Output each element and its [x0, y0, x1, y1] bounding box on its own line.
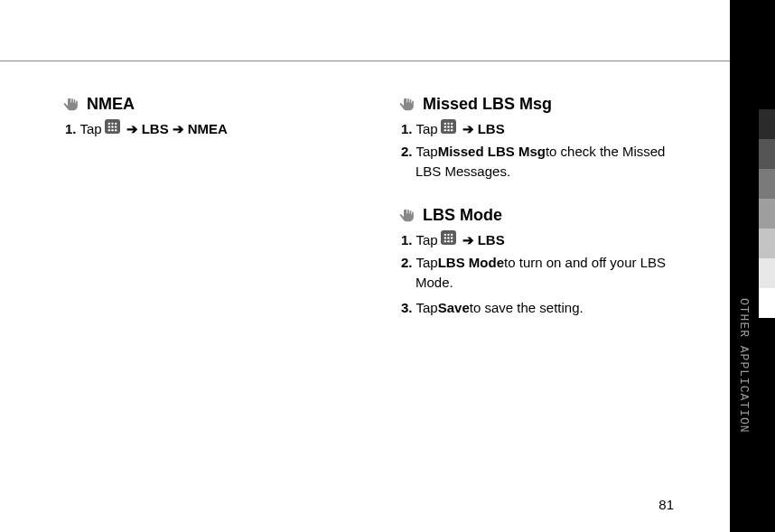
svg-point-1 — [111, 122, 113, 124]
edge-tab — [759, 288, 775, 318]
edge-tab — [759, 139, 775, 169]
edge-tab — [759, 109, 775, 139]
step-number: 1. — [65, 119, 77, 138]
svg-point-26 — [451, 240, 453, 242]
svg-point-12 — [444, 126, 445, 127]
svg-point-0 — [107, 122, 109, 124]
svg-point-7 — [111, 128, 113, 130]
svg-point-22 — [447, 237, 449, 238]
hand-icon — [399, 97, 417, 112]
step-number: 3. — [401, 298, 413, 317]
edge-tab — [759, 229, 775, 258]
arrow-icon: ➔ — [126, 119, 138, 138]
svg-point-14 — [451, 126, 453, 127]
step-post: to check the Missed — [546, 142, 666, 161]
svg-point-16 — [447, 128, 449, 130]
svg-point-13 — [447, 126, 449, 127]
nmea-step-1: 1. Tap ➔ LBS ➔ NMEA — [65, 119, 378, 138]
step-post: to save the setting. — [470, 298, 584, 317]
step-bold-lbs: LBS — [478, 119, 505, 138]
left-column: NMEA 1. Tap ➔ LBS ➔ NMEA — [63, 95, 378, 321]
page-number: 81 — [658, 497, 674, 512]
mode-step-2-body: Mode. — [399, 274, 714, 292]
missed-step-1: 1. Tap ➔ LBS — [401, 119, 714, 138]
nmea-title: NMEA — [87, 95, 135, 114]
header-divider — [0, 61, 730, 61]
nmea-heading: NMEA — [63, 95, 378, 114]
step-post: to turn on and off your LBS — [504, 253, 666, 272]
step-bold: Missed LBS Msg — [438, 142, 546, 161]
step-pre: Tap — [416, 253, 438, 272]
svg-point-4 — [111, 126, 113, 127]
svg-point-18 — [444, 233, 445, 235]
section-side-label: OTHER APPLICATION — [737, 298, 751, 434]
edge-tabs — [759, 79, 775, 318]
svg-point-19 — [447, 233, 449, 235]
svg-point-24 — [444, 240, 445, 242]
step-number: 1. — [401, 230, 413, 249]
missed-title: Missed LBS Msg — [423, 95, 552, 114]
apps-grid-icon — [441, 119, 456, 134]
svg-point-23 — [451, 237, 453, 238]
step-bold-nmea: NMEA — [188, 119, 228, 138]
content-area: NMEA 1. Tap ➔ LBS ➔ NMEA Missed LBS Msg — [63, 95, 714, 321]
mode-title: LBS Mode — [423, 206, 502, 225]
step-bold-lbs: LBS — [478, 230, 505, 249]
edge-tab — [759, 79, 775, 109]
missed-step-2: 2. Tap Missed LBS Msg to check the Misse… — [401, 142, 714, 161]
svg-point-17 — [451, 128, 453, 130]
svg-point-11 — [451, 122, 453, 124]
step-text: Tap — [416, 119, 438, 138]
svg-point-5 — [115, 126, 117, 127]
step-pre: Tap — [416, 298, 438, 317]
mode-step-1: 1. Tap ➔ LBS — [401, 230, 714, 249]
edge-tab — [759, 199, 775, 229]
edge-tab — [759, 258, 775, 288]
svg-point-10 — [447, 122, 449, 124]
step-number: 2. — [401, 253, 413, 272]
step-bold-lbs: LBS — [142, 119, 169, 138]
edge-tab — [759, 169, 775, 199]
svg-point-6 — [107, 128, 109, 130]
svg-point-20 — [451, 233, 453, 235]
mode-step-2: 2. Tap LBS Mode to turn on and off your … — [401, 253, 714, 272]
arrow-icon: ➔ — [462, 230, 474, 249]
step-text: Tap — [80, 119, 102, 138]
step-bold: LBS Mode — [438, 253, 504, 272]
arrow-icon: ➔ — [462, 119, 474, 138]
right-column: Missed LBS Msg 1. Tap ➔ LBS 2. Tap Misse… — [399, 95, 714, 321]
apps-grid-icon — [441, 230, 456, 245]
svg-point-25 — [447, 240, 449, 242]
step-number: 2. — [401, 142, 413, 161]
mode-step-3: 3. Tap Save to save the setting. — [401, 298, 714, 317]
arrow-icon: ➔ — [173, 119, 184, 138]
svg-point-3 — [107, 126, 109, 127]
step-text: Tap — [416, 230, 438, 249]
svg-point-2 — [115, 122, 117, 124]
svg-point-15 — [444, 128, 445, 130]
missed-step-2-body: LBS Messages. — [399, 163, 714, 181]
page-background: NMEA 1. Tap ➔ LBS ➔ NMEA Missed LBS Msg — [0, 0, 730, 532]
apps-grid-icon — [105, 119, 120, 134]
step-bold: Save — [438, 298, 470, 317]
hand-icon — [399, 208, 417, 223]
step-pre: Tap — [416, 142, 438, 161]
missed-heading: Missed LBS Msg — [399, 95, 714, 114]
svg-point-9 — [444, 122, 445, 124]
svg-point-21 — [444, 237, 445, 238]
mode-heading: LBS Mode — [399, 206, 714, 225]
step-number: 1. — [401, 119, 413, 138]
hand-icon — [63, 97, 81, 112]
svg-point-8 — [115, 128, 117, 130]
